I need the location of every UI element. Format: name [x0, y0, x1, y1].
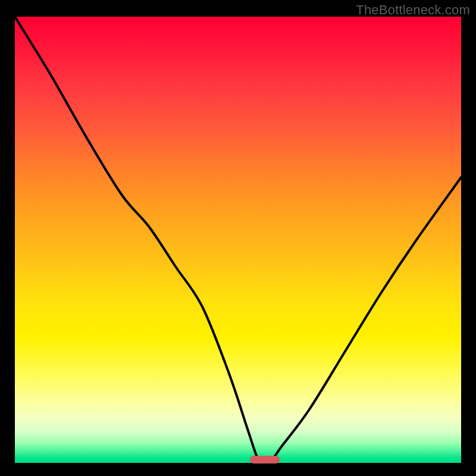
curve-layer: [15, 17, 461, 463]
plot-area: [15, 17, 461, 463]
outer-frame: TheBottleneck.com: [0, 0, 476, 476]
watermark-text: TheBottleneck.com: [356, 2, 470, 18]
optimal-range-pill: [250, 456, 280, 464]
bottleneck-curve: [15, 17, 461, 463]
